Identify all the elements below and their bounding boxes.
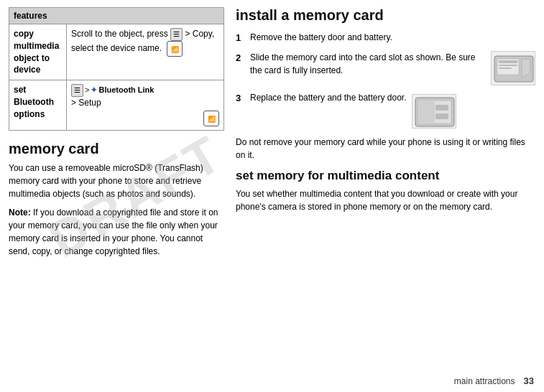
features-table: features copy multimedia object to devic… — [9, 7, 224, 131]
feature-desc-bt: ☰ > ✦ Bluetooth Link > Setup 📶 — [67, 80, 224, 131]
footer-label: main attractions — [454, 376, 515, 386]
memory-card-note: Note: If you download a copyrighted file… — [9, 206, 224, 258]
footer-page-number: 33 — [524, 375, 534, 386]
bt-link-line: ☰ > ✦ Bluetooth Link — [71, 84, 154, 97]
left-column: features copy multimedia object to devic… — [9, 7, 224, 385]
svg-rect-8 — [420, 102, 434, 122]
install-title: install a memory card — [236, 7, 535, 24]
bt-setup-line: > Setup — [71, 97, 219, 109]
svg-rect-4 — [499, 67, 512, 69]
battery-svg — [412, 95, 457, 129]
note-body: If you download a copyrighted file and s… — [9, 207, 218, 256]
svg-rect-3 — [499, 65, 517, 66]
note-label: Note: — [9, 207, 31, 218]
table-row: copy multimedia object to device Scroll … — [9, 24, 224, 80]
steps-list: 1 Remove the battery door and battery. 2… — [236, 31, 535, 129]
bt-symbol: ✦ — [91, 85, 97, 95]
page-footer: main attractions 33 — [454, 375, 534, 386]
step-3: 3 Replace the battery and the battery do… — [236, 91, 535, 129]
menu-key-copy: ☰ — [170, 28, 183, 41]
feature-name-copy: copy multimedia object to device — [9, 24, 67, 80]
step-2-content: Slide the memory card into the card slot… — [250, 51, 535, 85]
bluetooth-icon-copy: 📶 — [167, 41, 183, 57]
battery-illustration — [412, 94, 456, 129]
do-not-remove-note: Do not remove your memory card while you… — [236, 136, 535, 162]
feature-name-bt: set Bluetooth options — [9, 80, 67, 131]
svg-rect-10 — [435, 113, 448, 119]
memory-card-body: You can use a removeable microSD® (Trans… — [9, 162, 224, 200]
memory-card-illustration-1 — [491, 51, 535, 85]
gt1: > — [85, 85, 89, 95]
step-num-1: 1 — [236, 31, 246, 45]
step-1: 1 Remove the battery door and battery. — [236, 31, 535, 45]
gt2: > Setup — [71, 98, 101, 108]
step-3-content: Replace the battery and the battery door… — [250, 91, 456, 129]
table-row: set Bluetooth options ☰ > ✦ Bluetooth Li… — [9, 80, 224, 131]
set-memory-title: set memory for multimedia content — [236, 169, 535, 183]
card-slot-svg — [492, 52, 535, 85]
right-column: install a memory card 1 Remove the batte… — [236, 7, 535, 385]
step-text-2: Slide the memory card into the card slot… — [250, 51, 485, 77]
step-num-3: 3 — [236, 91, 246, 106]
feature-desc-copy: Scroll to the object, press ☰ > Copy, se… — [67, 24, 224, 80]
table-header: features — [9, 8, 224, 24]
memory-card-title: memory card — [9, 141, 224, 157]
svg-rect-2 — [499, 60, 517, 63]
step-num-2: 2 — [236, 51, 246, 65]
bt-link-label: Bluetooth Link — [98, 85, 154, 95]
step-text-3: Replace the battery and the battery door… — [250, 91, 406, 104]
menu-key-bt: ☰ — [71, 84, 83, 97]
set-memory-body: You set whether multimedia content that … — [236, 187, 535, 213]
step-text-1: Remove the battery door and battery. — [250, 31, 535, 44]
step-2: 2 Slide the memory card into the card sl… — [236, 51, 535, 85]
svg-rect-9 — [435, 105, 448, 111]
desc-text-copy: Scroll to the object, press — [71, 29, 170, 39]
bluetooth-icon-bt: 📶 — [203, 111, 219, 126]
